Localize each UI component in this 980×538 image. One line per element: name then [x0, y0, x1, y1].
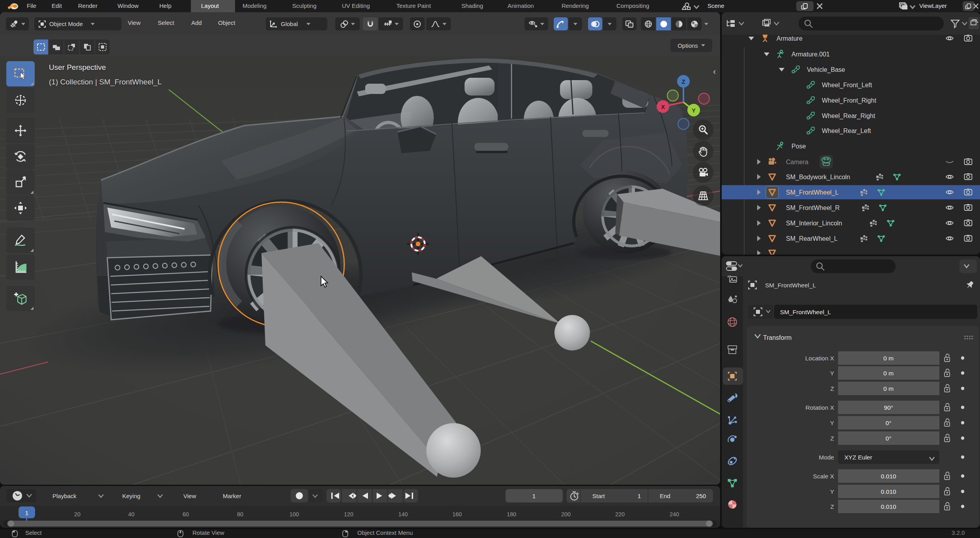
svg-text:1: 1	[25, 510, 28, 516]
svg-text:Z: Z	[681, 78, 685, 85]
svg-text:160: 160	[452, 511, 462, 517]
svg-text:180: 180	[507, 511, 516, 517]
svg-text:Vehicle_Base: Vehicle_Base	[807, 66, 845, 73]
svg-text:0 m: 0 m	[883, 370, 894, 377]
svg-text:Location X: Location X	[805, 355, 834, 362]
svg-text:0 m: 0 m	[883, 385, 894, 392]
svg-text:Armature.001: Armature.001	[791, 51, 830, 58]
svg-text:100: 100	[289, 511, 299, 517]
svg-text:SM_RearWheel_L: SM_RearWheel_L	[786, 235, 838, 242]
svg-text:SM_FrontWheel_L: SM_FrontWheel_L	[780, 309, 831, 315]
svg-text:200: 200	[561, 511, 571, 517]
svg-text:120: 120	[344, 511, 353, 517]
svg-text:0.010: 0.010	[881, 473, 896, 480]
svg-text:0.010: 0.010	[881, 488, 896, 495]
svg-text:0°: 0°	[886, 435, 892, 442]
svg-text:Mode: Mode	[819, 454, 834, 461]
svg-text:Y: Y	[830, 370, 834, 377]
svg-text:90°: 90°	[884, 404, 893, 411]
svg-text:220: 220	[615, 511, 625, 517]
svg-text:SM_FrontWheel_L: SM_FrontWheel_L	[786, 189, 838, 196]
svg-text:View: View	[183, 493, 196, 499]
svg-text:Z: Z	[831, 385, 834, 392]
svg-text:Transform: Transform	[763, 334, 791, 341]
svg-text:SM_FrontWheel_R: SM_FrontWheel_R	[786, 204, 840, 212]
svg-text:Camera: Camera	[786, 159, 808, 165]
svg-text:Y: Y	[830, 420, 834, 426]
svg-text:Z: Z	[831, 435, 834, 442]
svg-text:250: 250	[696, 493, 706, 499]
svg-text:0.010: 0.010	[881, 503, 896, 510]
svg-text:End: End	[660, 493, 670, 499]
svg-text:Wheel_Rear_Right: Wheel_Rear_Right	[822, 112, 875, 120]
svg-text:80: 80	[237, 511, 243, 517]
svg-text:Armature: Armature	[777, 35, 803, 42]
svg-text:60: 60	[183, 511, 189, 517]
svg-text:Y: Y	[830, 488, 834, 495]
svg-text:Z: Z	[831, 503, 834, 510]
svg-text:SM_Interior_Lincoln: SM_Interior_Lincoln	[786, 220, 842, 227]
svg-text:0°: 0°	[886, 420, 892, 426]
svg-text:20: 20	[74, 511, 80, 517]
svg-text:140: 140	[398, 511, 408, 517]
svg-text:Rotation X: Rotation X	[806, 404, 834, 411]
svg-text:Pose: Pose	[791, 143, 806, 150]
svg-text:SM_FrontWheel_L: SM_FrontWheel_L	[765, 282, 816, 289]
svg-text:Wheel_Front_Right: Wheel_Front_Right	[822, 97, 876, 104]
svg-text:240: 240	[670, 511, 679, 517]
svg-text:0 m: 0 m	[883, 355, 894, 362]
svg-text:Wheel_Rear_Left: Wheel_Rear_Left	[822, 127, 871, 135]
svg-text:Marker: Marker	[223, 493, 241, 499]
svg-text:Wheel_Front_Left: Wheel_Front_Left	[822, 82, 872, 89]
svg-text:Y: Y	[692, 107, 696, 114]
svg-text:40: 40	[128, 511, 134, 517]
svg-text:Playback: Playback	[52, 493, 77, 499]
svg-text:SM_Bodywork_Lincoln: SM_Bodywork_Lincoln	[786, 174, 850, 181]
svg-text:1: 1	[638, 493, 641, 499]
svg-text:XYZ Euler: XYZ Euler	[844, 454, 872, 461]
svg-text:Scale X: Scale X	[813, 473, 834, 480]
svg-text:1: 1	[532, 493, 536, 499]
svg-text:X: X	[661, 103, 665, 110]
svg-text:Keying: Keying	[122, 493, 140, 499]
svg-text:Start: Start	[592, 493, 605, 499]
